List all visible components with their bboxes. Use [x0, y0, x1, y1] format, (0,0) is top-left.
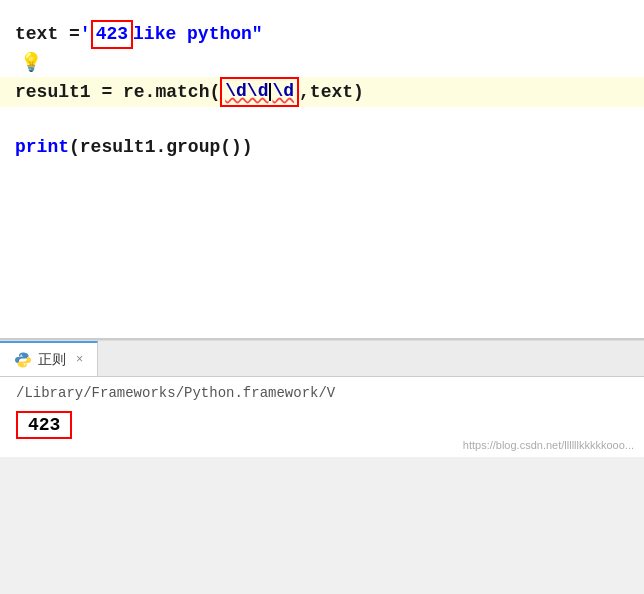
string-open-quote: ' [80, 20, 91, 49]
svg-point-1 [24, 364, 26, 366]
result1-prefix: result1 = re.match( [15, 78, 220, 107]
lightbulb-icon: 💡 [20, 51, 42, 73]
output-value: 423 [16, 411, 72, 439]
output-line: 423 [16, 407, 628, 439]
hint-line: 💡 [15, 51, 629, 73]
result1-suffix: ,text) [299, 78, 364, 107]
print-keyword: print [15, 133, 69, 162]
terminal-tab-bar: 正则 × [0, 341, 644, 377]
code-line-3: print(result1.group()) [15, 133, 629, 162]
empty-line [15, 109, 629, 133]
number-423: 423 [96, 24, 128, 44]
print-args: (result1.group()) [69, 133, 253, 162]
highlighted-423: 423 [91, 20, 133, 49]
watermark: https://blog.csdn.net/llllllkkkkkooo... [463, 439, 634, 451]
regex-box: \d\d\d [220, 77, 299, 106]
tab-close-button[interactable]: × [76, 353, 83, 367]
regex-pattern-end: \d [272, 81, 294, 101]
editor-panel: text = '423like python" 💡 result1 = re.m… [0, 0, 644, 340]
terminal-tab-zhengze[interactable]: 正则 × [0, 341, 98, 376]
tab-label: 正则 [38, 351, 66, 369]
svg-point-0 [20, 354, 22, 356]
string-rest: like python" [133, 20, 263, 49]
path-text: /Library/Frameworks/Python.framework/V [16, 385, 335, 401]
code-line-1: text = '423like python" [15, 20, 629, 49]
path-line: /Library/Frameworks/Python.framework/V [16, 385, 628, 401]
python-icon [14, 351, 32, 369]
var-text: text = [15, 20, 80, 49]
code-line-2: result1 = re.match(\d\d\d,text) [0, 77, 644, 106]
regex-pattern: \d\d [225, 81, 268, 101]
terminal-wrapper: 正则 × /Library/Frameworks/Python.framewor… [0, 340, 644, 457]
